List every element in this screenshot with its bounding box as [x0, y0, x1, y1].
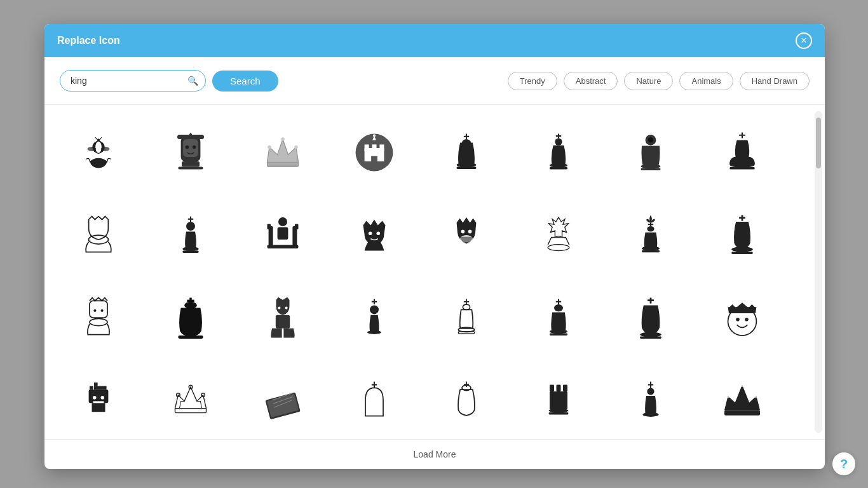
scrollbar-thumb[interactable] [816, 118, 821, 168]
svg-rect-138 [724, 410, 760, 415]
svg-point-96 [550, 329, 567, 334]
filter-tags: Trendy Abstract Nature Animals Hand Draw… [508, 72, 810, 90]
list-item[interactable] [524, 283, 593, 353]
filter-abstract[interactable]: Abstract [564, 72, 618, 90]
list-item[interactable] [339, 118, 409, 187]
svg-point-43 [730, 162, 755, 167]
svg-rect-114 [175, 409, 206, 413]
list-item[interactable] [431, 365, 501, 435]
svg-rect-129 [556, 385, 560, 392]
close-button[interactable]: × [796, 32, 812, 49]
list-item[interactable] [64, 283, 133, 353]
list-item[interactable] [156, 283, 226, 353]
list-item[interactable] [616, 200, 686, 270]
svg-point-79 [184, 302, 197, 309]
svg-rect-36 [550, 167, 567, 170]
list-item[interactable] [524, 200, 593, 270]
filter-nature[interactable]: Nature [624, 72, 673, 90]
svg-point-111 [93, 396, 97, 400]
svg-point-61 [468, 230, 472, 234]
list-item[interactable] [248, 118, 318, 187]
list-item[interactable] [339, 365, 409, 435]
replace-icon-modal: Replace Icon × 🔍 Search Trendy Abstract … [44, 24, 825, 469]
list-item[interactable] [524, 365, 593, 435]
svg-rect-80 [178, 336, 203, 339]
list-item[interactable] [339, 200, 409, 270]
svg-rect-130 [563, 385, 567, 392]
svg-point-90 [463, 304, 470, 309]
svg-line-5 [95, 137, 98, 140]
svg-rect-133 [548, 412, 568, 415]
svg-rect-128 [550, 385, 554, 392]
list-item[interactable] [616, 365, 686, 435]
modal-footer: Load More [44, 439, 825, 469]
list-item[interactable] [616, 118, 686, 187]
svg-rect-106 [90, 386, 93, 390]
list-item[interactable] [156, 200, 226, 270]
svg-point-39 [641, 164, 660, 168]
svg-rect-56 [267, 224, 271, 229]
list-item[interactable] [524, 118, 593, 187]
load-more-button[interactable]: Load More [414, 449, 456, 459]
icon-grid-container[interactable] [44, 105, 812, 439]
list-item[interactable] [707, 365, 777, 435]
list-item[interactable] [156, 118, 226, 187]
filter-hand-drawn[interactable]: Hand Drawn [740, 72, 810, 90]
list-item[interactable] [431, 200, 501, 270]
list-item[interactable] [616, 283, 686, 353]
help-button[interactable]: ? [832, 452, 855, 475]
list-item[interactable] [156, 365, 226, 435]
list-item[interactable] [339, 283, 409, 353]
list-item[interactable] [64, 118, 133, 187]
svg-point-10 [193, 146, 196, 149]
svg-rect-14 [178, 166, 203, 169]
svg-rect-21 [365, 144, 369, 151]
list-item[interactable] [431, 283, 501, 353]
svg-rect-101 [640, 336, 661, 339]
list-item[interactable] [707, 118, 777, 187]
search-input[interactable] [60, 70, 206, 92]
svg-point-137 [642, 412, 658, 417]
svg-point-51 [278, 217, 287, 226]
svg-rect-31 [457, 166, 477, 169]
svg-rect-113 [93, 401, 104, 403]
svg-point-26 [373, 134, 376, 137]
list-item[interactable] [707, 283, 777, 353]
svg-rect-40 [641, 168, 660, 171]
svg-point-132 [548, 409, 568, 413]
svg-point-136 [647, 388, 654, 395]
list-item[interactable] [707, 200, 777, 270]
list-item[interactable] [431, 118, 501, 187]
list-item[interactable] [248, 283, 318, 353]
toolbar: 🔍 Search Trendy Abstract Nature Animals … [44, 57, 825, 105]
svg-point-34 [555, 139, 562, 146]
list-item[interactable] [248, 200, 318, 270]
search-button[interactable]: Search [212, 71, 278, 92]
list-item[interactable] [64, 365, 133, 435]
svg-point-87 [367, 330, 381, 334]
filter-animals[interactable]: Animals [679, 72, 733, 90]
svg-point-49 [182, 247, 198, 251]
list-item[interactable] [248, 365, 318, 435]
svg-rect-109 [89, 390, 109, 403]
svg-point-67 [642, 247, 660, 251]
svg-point-74 [90, 318, 107, 325]
svg-point-112 [101, 396, 105, 400]
svg-rect-50 [182, 251, 198, 254]
svg-point-1 [95, 141, 102, 154]
scrollbar-track[interactable] [815, 111, 822, 433]
svg-rect-73 [90, 301, 107, 318]
svg-point-140 [726, 394, 730, 398]
svg-rect-97 [550, 334, 567, 336]
search-area: 🔍 Search [60, 70, 278, 92]
svg-point-104 [745, 318, 749, 322]
svg-point-82 [278, 307, 280, 309]
svg-point-35 [550, 163, 567, 168]
filter-trendy[interactable]: Trendy [508, 72, 557, 90]
svg-point-71 [731, 247, 753, 252]
list-item[interactable] [64, 200, 133, 270]
svg-rect-13 [182, 161, 200, 166]
svg-point-16 [281, 137, 285, 141]
modal-header: Replace Icon × [44, 24, 825, 57]
svg-rect-52 [277, 227, 288, 240]
